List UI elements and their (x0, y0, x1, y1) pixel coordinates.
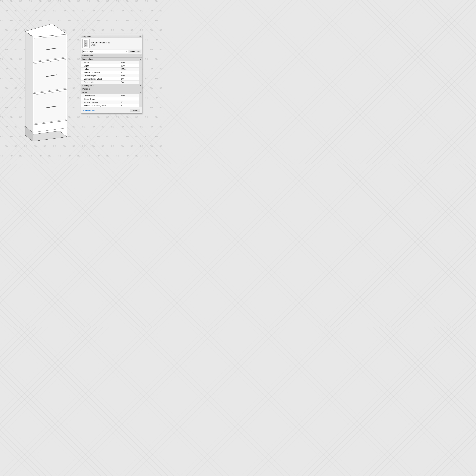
num-drawers-btn[interactable]: ⋯ (139, 71, 142, 74)
prop-row-multiple-drawers: Multiple Drawers ⋯ (81, 101, 142, 104)
multiple-drawers-btn[interactable]: ⋯ (139, 101, 142, 104)
constraints-section-header[interactable]: Constraints » (81, 54, 142, 58)
apply-button[interactable]: Apply (130, 109, 140, 112)
single-drawer-checkbox[interactable] (121, 98, 123, 100)
height-label: Height (81, 68, 120, 71)
depth-label: Depth (81, 64, 120, 67)
phasing-label: Phasing (82, 88, 90, 90)
svg-marker-1 (25, 31, 33, 141)
panel-titlebar[interactable]: Properties × (81, 34, 142, 38)
width-btn[interactable]: ⋯ (139, 61, 142, 64)
drawer-width-label: Drawer Width (81, 94, 120, 97)
prop-row-num-drawers: Number of Drawers 3 ⋯ (81, 71, 142, 74)
prop-row-base-height: Base Height 7.00 ⋯ (81, 81, 142, 84)
height-value[interactable]: 135.00 (120, 68, 139, 71)
num-drawers-label: Number of Drawers (81, 71, 120, 74)
dropdown-arrow-icon[interactable]: ▾ (140, 40, 141, 42)
height-btn[interactable]: ⋯ (139, 68, 142, 71)
handle-offset-value[interactable]: 3.00 (120, 77, 139, 81)
edit-type-icon: ⊞ (130, 51, 132, 53)
other-label: Other (82, 91, 87, 93)
prop-row-drawer-height: Drawer Height 42.00 ⋯ (81, 74, 142, 77)
depth-value[interactable]: 28.00 (120, 64, 139, 67)
multiple-drawers-value[interactable] (120, 101, 139, 104)
edit-type-button[interactable]: ⊞ Edit Type (129, 50, 141, 53)
multiple-drawers-checkbox[interactable] (121, 101, 123, 103)
properties-help-link[interactable]: Properties help (83, 109, 95, 111)
dimensions-label: Dimensions (82, 58, 93, 60)
drawer-width-btn[interactable]: ⋯ (139, 94, 142, 97)
constraints-label: Constraints (82, 55, 93, 57)
base-height-label: Base Height (81, 81, 120, 84)
identity-data-collapse-icon[interactable]: » (140, 85, 141, 86)
prop-row-width: Width 49.00 ⋯ (81, 61, 142, 64)
phasing-section-header[interactable]: Phasing » (81, 87, 142, 91)
prop-row-drawer-width: Drawer Width 45.00 ⋯ (81, 94, 142, 97)
constraints-collapse-icon[interactable]: » (140, 55, 141, 57)
drawer-height-btn[interactable]: ⋯ (139, 74, 142, 77)
num-drawers-value[interactable]: 3 (120, 71, 139, 74)
drawer-height-value[interactable]: 42.00 (120, 74, 139, 77)
multiple-drawers-label: Multiple Drawers (81, 101, 120, 104)
panel-footer: Properties help Apply (81, 107, 142, 113)
prop-row-depth: Depth 28.00 ⋯ (81, 64, 142, 68)
dimensions-section-header[interactable]: Dimensions « (81, 58, 142, 61)
panel-title: Properties (82, 35, 91, 37)
identity-data-section-header[interactable]: Identity Data » (81, 84, 142, 87)
drawers-check-value[interactable]: 3 (120, 104, 139, 107)
drawer-width-value[interactable]: 45.00 (120, 94, 139, 97)
prop-row-drawers-check: Number of Drawers_Check 3 ⋯ (81, 104, 142, 107)
prop-row-single-drawer: Single Drawer ⋯ (81, 97, 142, 101)
selector-row: Furniture (1) ⊞ Edit Type (81, 49, 142, 54)
depth-btn[interactable]: ⋯ (139, 64, 142, 67)
single-drawer-label: Single Drawer (81, 97, 120, 101)
dimensions-collapse-icon[interactable]: « (140, 58, 141, 60)
item-info: RD_Shoe Cabinet 03 White (91, 42, 138, 46)
prop-row-handle-offset: Drawer Handle Offset 3.00 ⋯ (81, 77, 142, 81)
drawers-check-btn[interactable]: ⋯ (139, 104, 142, 107)
other-collapse-icon[interactable]: « (140, 91, 141, 93)
furniture-selector[interactable]: Furniture (1) (82, 50, 128, 53)
panel-header: RD_Shoe Cabinet 03 White ▾ (81, 38, 142, 49)
drawers-check-label: Number of Drawers_Check (81, 104, 120, 107)
canvas-area (0, 0, 83, 164)
item-sub: White (91, 44, 138, 46)
other-section-header[interactable]: Other « (81, 91, 142, 94)
svg-marker-6 (34, 36, 66, 61)
phasing-collapse-icon[interactable]: » (140, 88, 141, 90)
furniture-selector-wrap[interactable]: Furniture (1) (82, 50, 128, 53)
single-drawer-value[interactable] (120, 97, 139, 101)
item-name: RD_Shoe Cabinet 03 (91, 42, 138, 44)
close-button[interactable]: × (139, 35, 141, 37)
width-value[interactable]: 49.00 (120, 61, 139, 64)
width-label: Width (81, 61, 120, 64)
identity-data-label: Identity Data (82, 85, 94, 86)
cabinet-drawing (13, 22, 70, 144)
base-height-value[interactable]: 7.00 (120, 81, 139, 84)
handle-offset-label: Drawer Handle Offset (81, 77, 120, 81)
edit-type-label: Edit Type (132, 51, 139, 53)
drawer-height-label: Drawer Height (81, 74, 120, 77)
item-thumbnail (82, 39, 89, 48)
properties-panel: Properties × RD_Shoe Cabinet 03 White ▾ … (81, 34, 142, 114)
prop-row-height: Height 135.00 ⋯ (81, 68, 142, 71)
handle-offset-btn[interactable]: ⋯ (139, 77, 142, 81)
single-drawer-btn[interactable]: ⋯ (139, 97, 142, 101)
base-height-btn[interactable]: ⋯ (139, 81, 142, 84)
